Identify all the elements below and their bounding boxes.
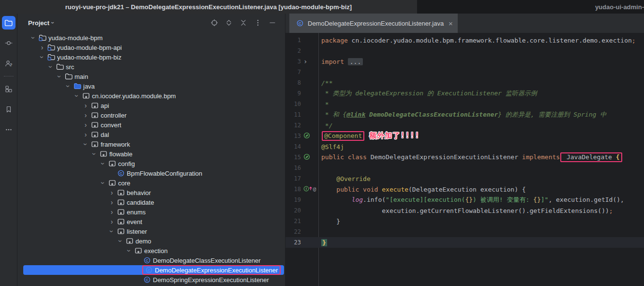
tree-item-controller[interactable]: ›controller	[17, 110, 285, 120]
tree-item-yudao-module-bpm-api[interactable]: ›yudao-module-bpm-api	[17, 43, 285, 52]
code-line-8[interactable]: 8/**	[285, 77, 644, 88]
tree-item-src[interactable]: ›src	[17, 62, 285, 72]
tree-item-behavior[interactable]: ›behavior	[17, 188, 285, 197]
code-line-18[interactable]: 18@ public void execute(DelegateExecutio…	[285, 184, 644, 195]
background-window-titlebar[interactable]: yudao-ui-admin-	[417, 0, 644, 14]
editor-tab[interactable]: C DemoDelegateExpressionExecutionListene…	[289, 14, 458, 33]
chevron-expanded-icon[interactable]: ›	[91, 150, 98, 158]
code-token: ...	[348, 58, 363, 65]
chevron-expanded-icon[interactable]: ›	[74, 91, 80, 100]
chevron-expanded-icon[interactable]: ›	[30, 33, 37, 42]
code-token: @link	[346, 111, 365, 118]
chevron-collapsed-icon[interactable]: ›	[38, 44, 46, 51]
code-line-20[interactable]: 20 execution.getCurrentFlowableListener(…	[285, 205, 644, 216]
tree-item-dal[interactable]: ›dal	[17, 130, 285, 139]
code-line-19[interactable]: 19 log.info("[execute][execution({}) 被调用…	[285, 195, 644, 205]
chevron-expanded-icon[interactable]: ›	[126, 246, 133, 255]
tree-item-demo[interactable]: ›demo	[17, 236, 285, 246]
chevron-expanded-icon[interactable]: ›	[100, 179, 106, 187]
structure-icon[interactable]	[2, 82, 15, 96]
code-line-21[interactable]: 21 }	[285, 216, 644, 226]
code-area[interactable]: 1package cn.iocoder.yudao.module.bpm.fra…	[285, 33, 644, 286]
chevron-collapsed-icon[interactable]: ›	[81, 121, 90, 128]
code-line-15[interactable]: 15public class DemoDelegateExpressionExe…	[285, 152, 644, 163]
tree-item-DemoDelegateClassExecutionListener[interactable]: CDemoDelegateClassExecutionListener	[17, 256, 285, 265]
package-icon	[116, 218, 126, 226]
code-line-11[interactable]: 11 * 和 {@link DemoDelegateClassExecution…	[285, 109, 644, 120]
chevron-collapsed-icon[interactable]: ›	[81, 112, 90, 119]
svg-text:?: ?	[10, 62, 12, 67]
bookmarks-icon[interactable]	[2, 103, 15, 116]
code-line-7[interactable]: 7	[285, 67, 644, 77]
chevron-expanded-icon[interactable]: ›	[47, 62, 54, 71]
tree-item-framework[interactable]: ›framework	[17, 139, 285, 149]
tree-item-DemoSpringExpressionExecutionListener[interactable]: CDemoSpringExpressionExecutionListener	[17, 275, 285, 285]
tree-item-listener[interactable]: ›listener	[17, 226, 285, 236]
kebab-menu-icon[interactable]	[254, 19, 262, 27]
tree-item-yudao-module-bpm-biz[interactable]: ›yudao-module-bpm-biz	[17, 52, 285, 62]
close-icon[interactable]: ×	[449, 19, 453, 28]
tree-item-cn.iocoder.yudao.module.bpm[interactable]: ›cn.iocoder.yudao.module.bpm	[17, 91, 285, 101]
tree-item-DemoDelegateExpressionExecutionListener[interactable]: CDemoDelegateExpressionExecutionListener	[23, 265, 284, 275]
chevron-collapsed-icon[interactable]: ›	[81, 131, 90, 138]
code-token: public	[336, 186, 359, 193]
code-line-12[interactable]: 12 */	[285, 120, 644, 131]
project-folder-icon[interactable]	[2, 16, 15, 30]
svg-text:C: C	[299, 21, 301, 26]
tree-item-yudao-module-bpm[interactable]: ›yudao-module-bpm	[17, 33, 285, 43]
line-number: 16	[285, 165, 301, 171]
fold-chevron-icon[interactable]: ›	[303, 58, 307, 65]
code-line-22[interactable]: 22	[285, 226, 644, 237]
tree-item-flowable[interactable]: ›flowable	[17, 149, 285, 159]
code-line-1[interactable]: 1package cn.iocoder.yudao.module.bpm.fra…	[285, 35, 644, 45]
chevron-expanded-icon[interactable]: ›	[56, 72, 63, 81]
collapse-all-icon[interactable]	[240, 19, 247, 27]
tree-item-enums[interactable]: ›enums	[17, 207, 285, 217]
tree-item-config[interactable]: ›config	[17, 159, 285, 168]
tree-item-BpmFlowableConfiguration[interactable]: CBpmFlowableConfiguration	[17, 168, 285, 178]
tree-item-main[interactable]: ›main	[17, 72, 285, 81]
chevron-expanded-icon[interactable]: ›	[108, 227, 115, 236]
chevron-expanded-icon[interactable]: ›	[65, 82, 72, 90]
code-line-23[interactable]: 23}	[285, 237, 644, 248]
tree-item-convert[interactable]: ›convert	[17, 120, 285, 130]
code-line-13[interactable]: 13@Component额外加了!!!!	[285, 131, 644, 141]
code-token: "[execute][execution(	[386, 196, 465, 203]
code-token: {}	[465, 196, 473, 203]
override-method-icon[interactable]: @	[303, 185, 317, 194]
tree-item-exection[interactable]: ›exection	[17, 246, 285, 256]
chevron-collapsed-icon[interactable]: ›	[81, 102, 90, 109]
hide-panel-icon[interactable]	[269, 19, 276, 27]
code-token: * 和 {	[321, 111, 346, 118]
project-panel-title[interactable]: Project ›	[28, 19, 54, 27]
svg-text:C: C	[146, 278, 149, 282]
code-line-9[interactable]: 9 * 类型为 delegateExpression 的 ExecutionLi…	[285, 88, 644, 99]
tree-item-label: yudao-module-bpm-api	[56, 44, 122, 51]
spring-bean-icon[interactable]	[303, 132, 310, 140]
chevron-expanded-icon[interactable]: ›	[82, 140, 89, 149]
chevron-collapsed-icon[interactable]: ›	[107, 199, 116, 206]
locate-file-icon[interactable]	[210, 19, 218, 27]
tree-item-java[interactable]: ›java	[17, 81, 285, 91]
code-line-10[interactable]: 10 *	[285, 99, 644, 109]
code-line-3[interactable]: 3›import ...	[285, 56, 644, 67]
chevron-collapsed-icon[interactable]: ›	[107, 189, 116, 196]
tree-item-core[interactable]: ›core	[17, 178, 285, 188]
code-line-16[interactable]: 16	[285, 163, 644, 173]
chevron-collapsed-icon[interactable]: ›	[107, 209, 116, 215]
more-icon[interactable]	[2, 123, 15, 136]
chevron-expanded-icon[interactable]: ›	[100, 159, 106, 168]
vcs-user-icon[interactable]: ?	[2, 57, 15, 70]
chevron-expanded-icon[interactable]: ›	[39, 53, 45, 61]
chevron-expanded-icon[interactable]: ›	[117, 237, 124, 245]
code-line-14[interactable]: 14@Slf4j	[285, 141, 644, 152]
expand-all-icon[interactable]	[225, 19, 233, 27]
tree-item-api[interactable]: ›api	[17, 101, 285, 110]
tree-item-candidate[interactable]: ›candidate	[17, 197, 285, 207]
code-line-2[interactable]: 2	[285, 45, 644, 56]
tree-item-event[interactable]: ›event	[17, 217, 285, 226]
spring-bean-icon[interactable]	[303, 153, 310, 162]
chevron-collapsed-icon[interactable]: ›	[107, 218, 116, 225]
code-line-17[interactable]: 17 @Override	[285, 173, 644, 184]
commit-icon[interactable]	[2, 36, 15, 50]
